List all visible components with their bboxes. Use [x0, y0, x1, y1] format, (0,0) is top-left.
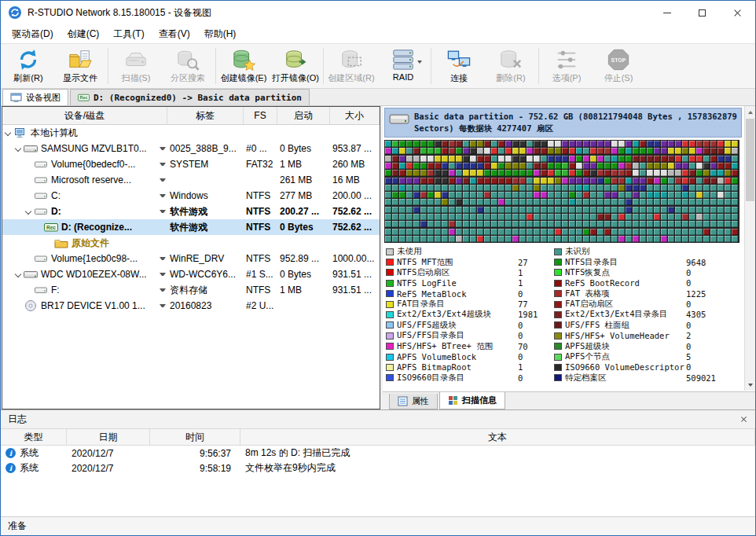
tree-row[interactable]: Volume{1ecb0c98-...WinRE_DRVNTFS952.89 .… — [2, 251, 380, 266]
legend-swatch — [554, 290, 562, 297]
device-dropdown-icon[interactable] — [160, 288, 166, 292]
device-fs-cell: NTFS — [244, 204, 277, 219]
log-row[interactable]: i系统2020/12/79:56:378m 12s 的 D: 扫描已完成 — [1, 446, 755, 461]
volume-icon — [34, 174, 49, 186]
raid-button[interactable]: RAID — [377, 45, 429, 87]
tree-row[interactable]: RecD: (Recognize...软件游戏NTFS0 Bytes752.62… — [2, 219, 380, 235]
device-dropdown-icon[interactable] — [160, 147, 166, 150]
legend-swatch — [554, 259, 562, 266]
view-tab-device-view[interactable]: 设备视图 — [2, 89, 68, 105]
scan-legend: 未使用NTFS MFT范围27NTFS启动扇区1NTFS LogFile1ReF… — [386, 246, 755, 383]
device-size-cell: 752.62 ... — [330, 219, 380, 235]
tree-row[interactable]: WDC WD10EZEX-08W...WD-WCC6Y6...#1 S...0 … — [2, 266, 380, 282]
scan-map[interactable] — [384, 140, 739, 243]
log-close-button[interactable] — [739, 415, 748, 424]
disk-icon — [24, 142, 39, 155]
legend-value: 0 — [686, 268, 691, 277]
svg-text:Rec: Rec — [80, 95, 88, 100]
legend-value: 4305 — [686, 310, 706, 319]
delete-button[interactable]: 删除(R) — [485, 45, 537, 87]
scan-button[interactable]: 扫描(S) — [110, 45, 162, 87]
tree-row[interactable]: BR17 DEVICE V1.00 1...20160823#2 U... — [2, 298, 380, 314]
stop-button[interactable]: STOP停止(S) — [593, 45, 644, 87]
log-column-header[interactable]: 类型 — [1, 429, 67, 445]
legend-item: UFS/FFS超级块0 — [386, 320, 554, 330]
device-name-label: BR17 DEVICE V1.00 1... — [41, 300, 145, 311]
log-text-cell: 8m 12s 的 D: 扫描已完成 — [240, 446, 755, 461]
device-dropdown-icon[interactable] — [160, 194, 166, 197]
log-column-header[interactable]: 文本 — [240, 429, 755, 445]
device-fs-cell: #2 U... — [244, 298, 277, 314]
log-title-bar: 日志 — [1, 410, 755, 429]
close-button[interactable] — [720, 1, 755, 24]
log-column-header[interactable]: 日期 — [67, 429, 150, 445]
view-tab-partition[interactable]: RecD: (Recognized0) -> Basic data partit… — [70, 89, 310, 105]
dropdown-arrow-icon[interactable] — [417, 61, 422, 64]
device-label-cell: WinRE_DRV — [167, 251, 244, 266]
drive-icon — [389, 111, 409, 134]
rawfiles-icon — [54, 237, 69, 249]
tree-row[interactable]: Microsoft reserve...261 MB16 MB — [2, 172, 380, 188]
device-dropdown-icon[interactable] — [160, 178, 166, 182]
tree-column-header[interactable]: FS — [244, 107, 277, 124]
tree-row[interactable]: 本地计算机 — [2, 125, 380, 141]
tree-row[interactable]: SAMSUNG MZVLB1T0...0025_388B_9...#0 ...0… — [2, 141, 380, 156]
tree-row[interactable]: C:WindowsNTFS277 MB200.00 ... — [2, 188, 380, 204]
show-files-button[interactable]: 显示文件 — [54, 45, 106, 87]
legend-label: NTFS LogFile — [397, 278, 457, 288]
computer-icon — [13, 127, 28, 139]
collapse-chevron-icon[interactable] — [14, 145, 23, 153]
options-button[interactable]: 选项(P) — [541, 45, 593, 87]
scroll-up-button[interactable] — [745, 106, 755, 118]
volume-icon — [34, 284, 49, 296]
tree-column-header[interactable]: 设备/磁盘 — [2, 107, 167, 124]
menu-item-help[interactable]: 帮助(H) — [197, 25, 244, 43]
collapse-chevron-icon[interactable] — [14, 270, 23, 279]
tree-row[interactable]: Volume{0bedecf0-...SYSTEMFAT321 MB260 MB — [2, 156, 380, 172]
legend-value: 27 — [518, 258, 528, 267]
tree-row[interactable]: D:软件游戏NTFS200.27 ...752.62 ... — [2, 204, 380, 219]
menu-item-create[interactable]: 创建(C) — [61, 25, 107, 43]
menu-item-drive[interactable]: 驱动器(D) — [5, 25, 61, 43]
log-time-cell: 9:56:37 — [150, 446, 240, 461]
view-tab-label: D: (Recognized0) -> Basic data partition — [94, 93, 302, 103]
log-column-header[interactable]: 时间 — [150, 429, 240, 445]
device-size-cell — [330, 125, 380, 141]
menu-item-view[interactable]: 查看(V) — [152, 25, 197, 43]
log-row[interactable]: i系统2020/12/79:58:19文件枚举在9秒内完成 — [1, 461, 755, 475]
tree-column-header[interactable]: 启动 — [277, 107, 330, 124]
device-dropdown-icon[interactable] — [160, 257, 166, 260]
collapse-chevron-icon[interactable] — [24, 207, 33, 216]
open-image-button[interactable]: 打开镜像(O) — [270, 45, 321, 87]
legend-value: 1225 — [686, 289, 706, 299]
partition-search-button[interactable]: 分区搜索 — [162, 45, 214, 87]
scroll-thumb[interactable] — [746, 119, 754, 201]
menu-item-tools[interactable]: 工具(T) — [106, 25, 151, 43]
device-dropdown-icon[interactable] — [160, 210, 166, 213]
tree-column-header[interactable]: 标签 — [167, 107, 244, 124]
scrollbar[interactable] — [744, 106, 755, 391]
device-dropdown-icon[interactable] — [160, 163, 166, 166]
tree-column-header[interactable]: 大小 — [330, 107, 380, 124]
device-dropdown-icon[interactable] — [160, 273, 166, 276]
collapse-chevron-icon[interactable] — [4, 129, 13, 138]
device-name-cell: 本地计算机 — [2, 125, 167, 141]
device-name-label: Volume{0bedecf0-... — [51, 159, 135, 170]
device-dropdown-icon[interactable] — [160, 304, 166, 307]
device-name-label: F: — [51, 285, 60, 296]
legend-swatch — [386, 280, 394, 287]
legend-value: 1 — [518, 278, 523, 288]
info-tab-properties[interactable]: 属性 — [389, 394, 438, 409]
create-region-button[interactable]: 创建区域(R) — [325, 45, 377, 87]
create-image-button[interactable]: 创建镜像(E) — [218, 45, 270, 87]
maximize-button[interactable] — [684, 1, 720, 24]
info-tab-scan-info[interactable]: 扫描信息 — [439, 392, 505, 409]
device-name-cell: Volume{0bedecf0-... — [2, 156, 167, 172]
minimize-button[interactable] — [649, 1, 684, 24]
tree-row[interactable]: F:资料存储NTFS1 MB931.51 ... — [2, 282, 380, 298]
refresh-button[interactable]: 刷新(R) — [2, 45, 54, 87]
connect-button[interactable]: 连接 — [433, 45, 485, 87]
legend-item: NTFS MFT范围27 — [386, 257, 554, 267]
scroll-down-button[interactable] — [745, 379, 755, 391]
tree-row[interactable]: 原始文件 — [2, 235, 380, 251]
